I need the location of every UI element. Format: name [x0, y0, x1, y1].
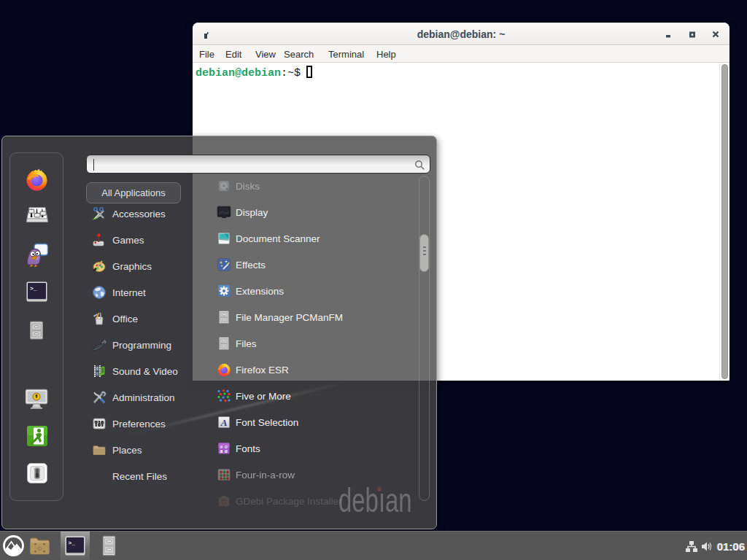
svg-text:a: a: [225, 448, 228, 454]
svg-text:A: A: [220, 417, 228, 428]
svg-text:D: D: [38, 545, 42, 552]
svg-text:>_: >_: [69, 540, 76, 546]
svg-text:>_: >_: [30, 285, 37, 292]
svg-text:a: a: [220, 448, 223, 454]
